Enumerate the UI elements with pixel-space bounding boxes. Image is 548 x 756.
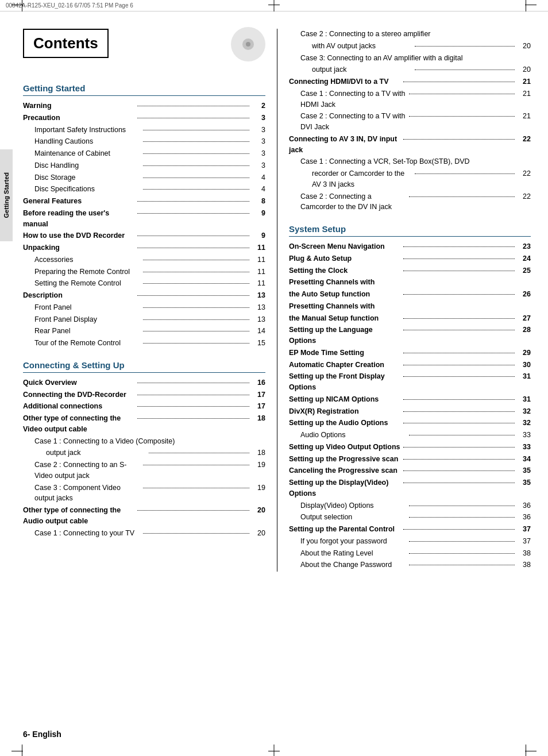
toc-entry: Setting up the Audio Options32	[289, 418, 531, 429]
toc-dots	[137, 395, 249, 395]
toc-dots	[143, 153, 249, 154]
toc-entry-text: Connecting to AV 3 IN, DV input jack	[289, 134, 401, 156]
toc-dots	[409, 541, 515, 542]
toc-dots	[403, 376, 515, 377]
toc-entry: Case 2 : Connecting a Camcorder to the D…	[289, 191, 531, 213]
toc-entry-text: Case 1 : Connecting a VCR, Set-Top Box(S…	[289, 156, 531, 167]
toc-entry: Description13	[23, 290, 265, 301]
toc-page-num: 26	[517, 289, 531, 300]
crop-mark	[526, 745, 526, 756]
toc-entry: Case 3: Connecting to an AV amplifier wi…	[289, 53, 531, 64]
toc-dots	[137, 248, 249, 248]
toc-dots	[143, 260, 249, 260]
toc-entry-text: Setting up the Audio Options	[289, 418, 401, 429]
toc-entry: output jack20	[289, 64, 531, 75]
toc-page-num: 4	[252, 172, 265, 183]
toc-page-num: 38	[517, 548, 531, 559]
toc-entry-text: Maintenance of Cabinet	[23, 148, 141, 159]
toc-dots	[403, 139, 515, 140]
toc-dots	[403, 246, 515, 247]
toc-entry: Rear Panel14	[23, 326, 265, 337]
toc-entry: Setting up the Parental Control37	[289, 524, 531, 535]
crop-mark	[526, 0, 526, 11]
toc-page-num: 13	[252, 302, 265, 313]
toc-entry: General Features8	[23, 196, 265, 207]
toc-page-num: 30	[517, 360, 531, 371]
side-tab-label: Getting Started	[3, 172, 10, 218]
toc-page-num: 22	[517, 168, 531, 179]
toc-entry-text: Case 1 : Connecting to your TV	[23, 528, 141, 539]
toc-entry-text: Quick Overview	[23, 377, 135, 388]
toc-entry: Plug & Auto Setup24	[289, 253, 531, 264]
toc-dots	[409, 435, 515, 435]
toc-dots	[409, 553, 515, 554]
toc-entry: Other type of connecting the Audio outpu…	[23, 505, 265, 527]
toc-entry-text: Presetting Channels with	[289, 301, 531, 312]
toc-entry-text: Case 3 : Component Video output jacks	[23, 483, 141, 504]
toc-dots	[137, 418, 249, 419]
toc-page-num: 18	[252, 448, 265, 458]
toc-page-num: 13	[252, 290, 265, 301]
toc-dots	[137, 510, 249, 511]
toc-entry-text: Setting up the Progressive scan	[289, 454, 401, 465]
toc-dots	[415, 46, 515, 47]
toc-entry: If you forgot your password37	[289, 536, 531, 547]
toc-page-num: 36	[517, 512, 531, 523]
contents-title-box: Contents	[23, 29, 109, 58]
toc-entry: Disc Specifications4	[23, 184, 265, 195]
toc-page-num: 11	[252, 242, 265, 253]
toc-dots	[137, 295, 249, 296]
toc-page-num: 21	[517, 76, 531, 87]
toc-entry: Setting up the Language Options28	[289, 325, 531, 346]
toc-page-num: 19	[252, 460, 265, 470]
toc-entry-text: Other type of connecting the Audio outpu…	[23, 505, 135, 527]
toc-dots	[143, 331, 249, 331]
toc-dots	[143, 272, 249, 272]
toc-dots	[409, 196, 515, 197]
toc-entry: Display(Video) Options36	[289, 500, 531, 511]
toc-entry: Warning2	[23, 101, 265, 111]
toc-dots	[403, 82, 515, 82]
toc-page-num: 28	[517, 325, 531, 335]
toc-entry-text: Handling Cautions	[23, 136, 141, 147]
getting-started-section-title: Getting Started	[23, 83, 265, 96]
toc-page-num: 20	[517, 64, 531, 75]
toc-entry-text: with AV output jacks	[289, 41, 412, 52]
toc-entry-text: Precaution	[23, 113, 135, 124]
left-column: Contents Getting Started Warning2Precaut…	[23, 29, 277, 572]
toc-entry-text: Description	[23, 290, 135, 301]
crop-mark	[22, 0, 22, 11]
toc-entry-text: Setting the Remote Control	[23, 278, 141, 289]
toc-page-num: 20	[252, 528, 265, 539]
toc-entry-text: Display(Video) Options	[289, 500, 407, 511]
toc-entry-text: Case 1 : Connecting to a Video (Composit…	[23, 436, 265, 447]
toc-page-num: 3	[252, 136, 265, 147]
toc-entry: Presetting Channels with	[289, 301, 531, 312]
toc-entry: the Auto Setup function26	[289, 289, 531, 300]
toc-page-num: 9	[252, 208, 265, 219]
footer: 6- English	[23, 730, 61, 739]
toc-page-num: 35	[517, 477, 531, 488]
toc-entry-text: Setting up Video Output Options	[289, 442, 401, 453]
toc-entry-text: Plug & Auto Setup	[289, 253, 401, 264]
disc-svg	[208, 24, 265, 64]
crop-mark	[11, 5, 23, 5]
toc-entry-text: Preparing the Remote Control	[23, 267, 141, 277]
toc-entry-text: DivX(R) Registration	[289, 406, 401, 417]
toc-dots	[403, 399, 515, 400]
toc-entry: Connecting HDMI/DVI to a TV21	[289, 76, 531, 87]
toc-entry: Front Panel13	[23, 302, 265, 313]
toc-page-num: 22	[517, 134, 531, 145]
toc-dots	[137, 406, 249, 407]
toc-page-num: 24	[517, 253, 531, 264]
right-column: Case 2 : Connecting to a stereo amplifie…	[277, 29, 531, 572]
toc-entry: Connecting to AV 3 IN, DV input jack22	[289, 134, 531, 156]
svg-point-2	[246, 42, 250, 47]
toc-entry-text: Accessories	[23, 254, 141, 265]
toc-dots	[143, 130, 249, 130]
toc-entry-text: the Manual Setup function	[289, 313, 401, 324]
toc-entry-text: output jack	[23, 448, 146, 458]
toc-entry-text: Canceling the Progressive scan	[289, 465, 401, 476]
toc-entry-text: Connecting the DVD-Recorder	[23, 389, 135, 400]
toc-entry: Setting up the Progressive scan34	[289, 454, 531, 465]
